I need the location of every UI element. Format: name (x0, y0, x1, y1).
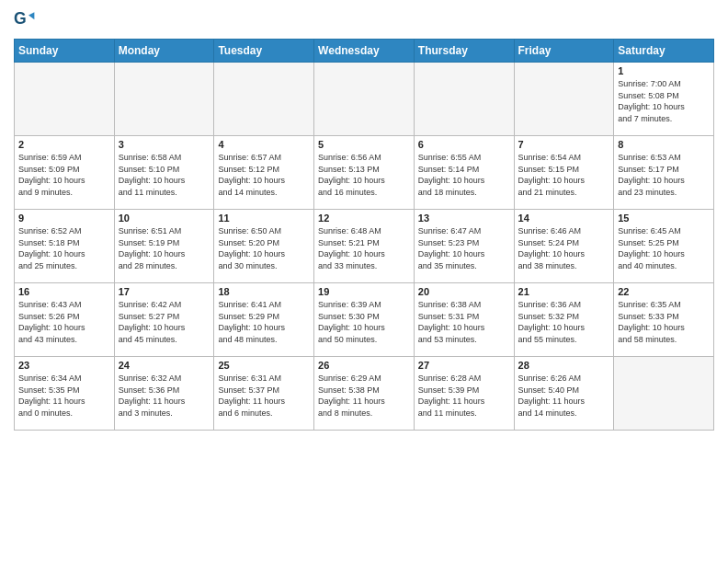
calendar-cell (314, 63, 415, 136)
calendar-cell: 23Sunrise: 6:34 AM Sunset: 5:35 PM Dayli… (15, 357, 115, 431)
day-info: Sunrise: 6:48 AM Sunset: 5:21 PM Dayligh… (318, 225, 410, 271)
day-number: 5 (318, 139, 410, 150)
calendar-cell: 16Sunrise: 6:43 AM Sunset: 5:26 PM Dayli… (15, 283, 115, 357)
calendar-cell: 13Sunrise: 6:47 AM Sunset: 5:23 PM Dayli… (414, 210, 514, 283)
calendar-week-row: 23Sunrise: 6:34 AM Sunset: 5:35 PM Dayli… (15, 357, 714, 431)
day-number: 12 (318, 213, 410, 224)
day-number: 10 (119, 213, 210, 224)
day-info: Sunrise: 6:28 AM Sunset: 5:39 PM Dayligh… (418, 373, 510, 419)
calendar-cell: 21Sunrise: 6:36 AM Sunset: 5:32 PM Dayli… (514, 283, 614, 357)
calendar-cell: 18Sunrise: 6:41 AM Sunset: 5:29 PM Dayli… (214, 283, 314, 357)
page: G SundayMondayTuesdayWednesdayThursdayFr… (0, 0, 728, 563)
calendar-cell: 11Sunrise: 6:50 AM Sunset: 5:20 PM Dayli… (214, 210, 314, 283)
calendar-cell: 2Sunrise: 6:59 AM Sunset: 5:09 PM Daylig… (15, 136, 115, 210)
calendar-cell: 9Sunrise: 6:52 AM Sunset: 5:18 PM Daylig… (15, 210, 115, 283)
day-info: Sunrise: 6:29 AM Sunset: 5:38 PM Dayligh… (318, 373, 410, 419)
day-info: Sunrise: 6:47 AM Sunset: 5:23 PM Dayligh… (418, 225, 510, 271)
day-number: 8 (618, 139, 710, 150)
calendar-week-row: 1Sunrise: 7:00 AM Sunset: 5:08 PM Daylig… (15, 63, 714, 136)
calendar-cell: 15Sunrise: 6:45 AM Sunset: 5:25 PM Dayli… (614, 210, 714, 283)
calendar-cell: 17Sunrise: 6:42 AM Sunset: 5:27 PM Dayli… (114, 283, 214, 357)
day-number: 7 (518, 139, 610, 150)
day-of-week-header: Tuesday (214, 40, 314, 63)
day-number: 26 (318, 360, 410, 371)
day-number: 27 (418, 360, 510, 371)
day-info: Sunrise: 6:34 AM Sunset: 5:35 PM Dayligh… (18, 373, 110, 419)
day-number: 22 (618, 286, 710, 297)
day-info: Sunrise: 6:55 AM Sunset: 5:14 PM Dayligh… (418, 152, 510, 198)
calendar-cell: 19Sunrise: 6:39 AM Sunset: 5:30 PM Dayli… (314, 283, 415, 357)
day-number: 15 (618, 213, 710, 224)
calendar-cell (514, 63, 614, 136)
day-info: Sunrise: 6:32 AM Sunset: 5:36 PM Dayligh… (119, 373, 210, 419)
day-info: Sunrise: 6:56 AM Sunset: 5:13 PM Dayligh… (318, 152, 410, 198)
day-info: Sunrise: 6:42 AM Sunset: 5:27 PM Dayligh… (119, 299, 210, 345)
day-number: 18 (218, 286, 310, 297)
calendar-cell: 4Sunrise: 6:57 AM Sunset: 5:12 PM Daylig… (214, 136, 314, 210)
calendar-cell (414, 63, 514, 136)
calendar-cell: 6Sunrise: 6:55 AM Sunset: 5:14 PM Daylig… (414, 136, 514, 210)
day-info: Sunrise: 6:51 AM Sunset: 5:19 PM Dayligh… (119, 225, 210, 271)
day-number: 23 (18, 360, 110, 371)
day-number: 1 (618, 65, 710, 76)
day-number: 9 (18, 213, 110, 224)
day-info: Sunrise: 6:43 AM Sunset: 5:26 PM Dayligh… (18, 299, 110, 345)
day-number: 4 (218, 139, 310, 150)
day-info: Sunrise: 6:45 AM Sunset: 5:25 PM Dayligh… (618, 225, 710, 271)
day-number: 3 (119, 139, 210, 150)
day-info: Sunrise: 6:41 AM Sunset: 5:29 PM Dayligh… (218, 299, 310, 345)
day-info: Sunrise: 6:36 AM Sunset: 5:32 PM Dayligh… (518, 299, 610, 345)
calendar-cell: 1Sunrise: 7:00 AM Sunset: 5:08 PM Daylig… (614, 63, 714, 136)
day-of-week-header: Sunday (15, 40, 115, 63)
day-number: 14 (518, 213, 610, 224)
calendar-cell: 25Sunrise: 6:31 AM Sunset: 5:37 PM Dayli… (214, 357, 314, 431)
day-number: 17 (119, 286, 210, 297)
day-number: 16 (18, 286, 110, 297)
day-number: 21 (518, 286, 610, 297)
calendar-week-row: 2Sunrise: 6:59 AM Sunset: 5:09 PM Daylig… (15, 136, 714, 210)
day-info: Sunrise: 6:35 AM Sunset: 5:33 PM Dayligh… (618, 299, 710, 345)
calendar-week-row: 16Sunrise: 6:43 AM Sunset: 5:26 PM Dayli… (15, 283, 714, 357)
logo: G (14, 9, 38, 31)
header: G (14, 9, 714, 31)
calendar-cell: 27Sunrise: 6:28 AM Sunset: 5:39 PM Dayli… (414, 357, 514, 431)
day-of-week-header: Monday (114, 40, 214, 63)
day-of-week-header: Saturday (614, 40, 714, 63)
calendar-header-row: SundayMondayTuesdayWednesdayThursdayFrid… (15, 40, 714, 63)
calendar-cell: 28Sunrise: 6:26 AM Sunset: 5:40 PM Dayli… (514, 357, 614, 431)
calendar-cell (614, 357, 714, 431)
day-number: 2 (18, 139, 110, 150)
calendar-cell: 7Sunrise: 6:54 AM Sunset: 5:15 PM Daylig… (514, 136, 614, 210)
day-of-week-header: Wednesday (314, 40, 415, 63)
day-info: Sunrise: 6:31 AM Sunset: 5:37 PM Dayligh… (218, 373, 310, 419)
day-info: Sunrise: 6:57 AM Sunset: 5:12 PM Dayligh… (218, 152, 310, 198)
day-info: Sunrise: 6:46 AM Sunset: 5:24 PM Dayligh… (518, 225, 610, 271)
logo-icon: G (14, 9, 36, 31)
day-info: Sunrise: 6:59 AM Sunset: 5:09 PM Dayligh… (18, 152, 110, 198)
calendar-cell: 14Sunrise: 6:46 AM Sunset: 5:24 PM Dayli… (514, 210, 614, 283)
day-info: Sunrise: 6:38 AM Sunset: 5:31 PM Dayligh… (418, 299, 510, 345)
day-of-week-header: Thursday (414, 40, 514, 63)
calendar-cell (214, 63, 314, 136)
day-number: 11 (218, 213, 310, 224)
calendar-table: SundayMondayTuesdayWednesdayThursdayFrid… (14, 39, 714, 431)
calendar-cell: 10Sunrise: 6:51 AM Sunset: 5:19 PM Dayli… (114, 210, 214, 283)
day-info: Sunrise: 6:58 AM Sunset: 5:10 PM Dayligh… (119, 152, 210, 198)
day-number: 19 (318, 286, 410, 297)
calendar-cell: 24Sunrise: 6:32 AM Sunset: 5:36 PM Dayli… (114, 357, 214, 431)
calendar-cell: 12Sunrise: 6:48 AM Sunset: 5:21 PM Dayli… (314, 210, 415, 283)
calendar-cell: 22Sunrise: 6:35 AM Sunset: 5:33 PM Dayli… (614, 283, 714, 357)
svg-marker-1 (28, 12, 34, 19)
day-number: 6 (418, 139, 510, 150)
calendar-cell: 8Sunrise: 6:53 AM Sunset: 5:17 PM Daylig… (614, 136, 714, 210)
calendar-cell: 26Sunrise: 6:29 AM Sunset: 5:38 PM Dayli… (314, 357, 415, 431)
day-info: Sunrise: 6:39 AM Sunset: 5:30 PM Dayligh… (318, 299, 410, 345)
day-info: Sunrise: 6:50 AM Sunset: 5:20 PM Dayligh… (218, 225, 310, 271)
day-number: 24 (119, 360, 210, 371)
day-number: 13 (418, 213, 510, 224)
calendar-cell (15, 63, 115, 136)
day-info: Sunrise: 6:26 AM Sunset: 5:40 PM Dayligh… (518, 373, 610, 419)
day-number: 25 (218, 360, 310, 371)
calendar-cell (114, 63, 214, 136)
day-number: 28 (518, 360, 610, 371)
